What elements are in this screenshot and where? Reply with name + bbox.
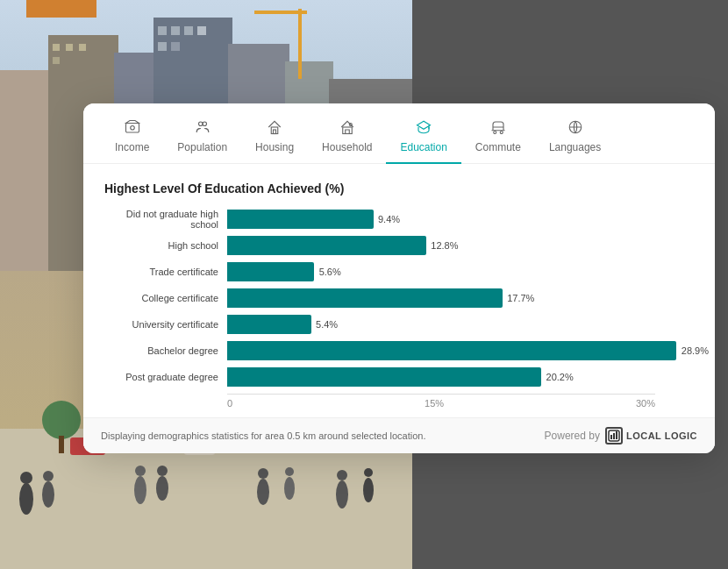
tab-commute-label: Commute bbox=[475, 141, 521, 153]
svg-point-38 bbox=[157, 466, 168, 476]
svg-point-34 bbox=[43, 471, 54, 481]
powered-by: Powered by LOCAL LOGIC bbox=[545, 427, 697, 445]
tab-education[interactable]: Education bbox=[386, 112, 460, 164]
tab-population-label: Population bbox=[177, 141, 227, 153]
bar-track: 5.4% bbox=[227, 315, 694, 334]
bar-fill bbox=[227, 236, 426, 255]
svg-point-45 bbox=[363, 478, 374, 502]
bar-label: Bachelor degree bbox=[104, 345, 227, 356]
bar-fill bbox=[227, 262, 314, 281]
svg-rect-53 bbox=[343, 127, 353, 134]
tab-household[interactable]: Household bbox=[308, 112, 386, 164]
svg-rect-11 bbox=[53, 57, 60, 64]
bar-fill bbox=[227, 367, 541, 387]
svg-point-32 bbox=[20, 472, 32, 484]
bar-track: 12.8% bbox=[227, 236, 694, 255]
svg-point-46 bbox=[364, 468, 373, 477]
svg-point-33 bbox=[42, 481, 54, 508]
svg-rect-13 bbox=[171, 26, 180, 35]
svg-point-48 bbox=[130, 126, 134, 131]
svg-point-41 bbox=[284, 477, 295, 500]
tab-population[interactable]: Population bbox=[163, 112, 241, 164]
svg-rect-15 bbox=[197, 26, 206, 35]
svg-rect-19 bbox=[254, 11, 307, 14]
svg-point-50 bbox=[203, 122, 207, 126]
tab-languages-label: Languages bbox=[549, 141, 601, 153]
bar-label: High school bbox=[104, 240, 227, 251]
svg-rect-14 bbox=[184, 26, 193, 35]
bar-label: Did not graduate high school bbox=[104, 209, 227, 230]
bar-row: Trade certificate5.6% bbox=[104, 262, 694, 281]
svg-point-42 bbox=[285, 467, 294, 476]
x-axis-tick: 30% bbox=[636, 398, 655, 409]
svg-rect-20 bbox=[26, 0, 96, 18]
svg-point-44 bbox=[337, 470, 347, 480]
commute-icon bbox=[490, 119, 506, 138]
x-axis-tick: 0 bbox=[227, 398, 232, 409]
powered-by-label: Powered by bbox=[545, 430, 600, 442]
svg-rect-8 bbox=[53, 44, 60, 51]
svg-rect-61 bbox=[616, 431, 617, 439]
svg-point-35 bbox=[134, 476, 146, 504]
local-logic-text: LOCAL LOGIC bbox=[626, 430, 697, 441]
svg-rect-17 bbox=[171, 42, 180, 51]
bar-track: 5.6% bbox=[227, 262, 694, 281]
tab-commute[interactable]: Commute bbox=[461, 112, 535, 164]
chart-title: Highest Level Of Education Achieved (%) bbox=[104, 181, 694, 196]
bar-label: Trade certificate bbox=[104, 267, 227, 277]
tab-bar: Income Population bbox=[83, 103, 715, 164]
svg-rect-60 bbox=[613, 433, 615, 439]
bar-fill bbox=[227, 315, 311, 334]
svg-point-39 bbox=[257, 479, 269, 505]
svg-rect-51 bbox=[271, 127, 278, 134]
bar-row: Post graduate degree20.2% bbox=[104, 367, 694, 387]
bar-track: 9.4% bbox=[227, 210, 694, 229]
svg-rect-1 bbox=[0, 70, 53, 281]
svg-rect-28 bbox=[59, 436, 64, 453]
bar-value-label: 5.4% bbox=[316, 319, 715, 330]
bar-row: Did not graduate high school9.4% bbox=[104, 210, 694, 229]
bar-row: High school12.8% bbox=[104, 236, 694, 255]
income-icon bbox=[125, 119, 140, 138]
svg-point-56 bbox=[500, 132, 503, 134]
local-logic-logo: LOCAL LOGIC bbox=[605, 427, 697, 445]
main-card: Income Population bbox=[83, 103, 715, 453]
svg-point-36 bbox=[135, 466, 146, 476]
tab-housing-label: Housing bbox=[255, 141, 294, 153]
svg-rect-59 bbox=[610, 435, 612, 439]
bar-label: Post graduate degree bbox=[104, 372, 227, 382]
bar-label: College certificate bbox=[104, 293, 227, 303]
svg-rect-52 bbox=[274, 130, 276, 134]
tab-education-label: Education bbox=[400, 141, 446, 153]
tab-income[interactable]: Income bbox=[101, 112, 163, 164]
bar-label: University certificate bbox=[104, 319, 227, 330]
ll-icon bbox=[605, 427, 623, 445]
tab-household-label: Household bbox=[322, 141, 372, 153]
footer-stats-text: Displaying demographics statistics for a… bbox=[101, 430, 426, 441]
svg-rect-9 bbox=[66, 44, 73, 51]
tab-income-label: Income bbox=[115, 141, 149, 153]
bar-value-label: 20.2% bbox=[546, 372, 715, 382]
bar-value-label: 5.6% bbox=[319, 267, 715, 277]
chart-container: Did not graduate high school9.4%High sch… bbox=[104, 210, 694, 409]
education-icon bbox=[416, 119, 432, 138]
svg-rect-16 bbox=[158, 42, 167, 51]
bar-value-label: 28.9% bbox=[682, 345, 715, 356]
svg-rect-12 bbox=[158, 26, 167, 35]
bar-value-label: 9.4% bbox=[378, 214, 715, 224]
svg-point-40 bbox=[258, 468, 268, 479]
bar-track: 28.9% bbox=[227, 341, 694, 360]
tab-languages[interactable]: Languages bbox=[535, 112, 615, 164]
bar-row: College certificate17.7% bbox=[104, 288, 694, 308]
x-axis: 015%30% bbox=[104, 394, 694, 409]
svg-point-55 bbox=[494, 132, 496, 134]
svg-point-49 bbox=[198, 122, 203, 126]
bar-track: 20.2% bbox=[227, 367, 694, 387]
svg-rect-47 bbox=[125, 124, 139, 133]
tab-housing[interactable]: Housing bbox=[241, 112, 308, 164]
bar-track: 17.7% bbox=[227, 288, 694, 308]
household-icon bbox=[339, 119, 355, 138]
bar-fill bbox=[227, 288, 503, 308]
population-icon bbox=[195, 119, 211, 138]
bar-fill bbox=[227, 341, 676, 360]
